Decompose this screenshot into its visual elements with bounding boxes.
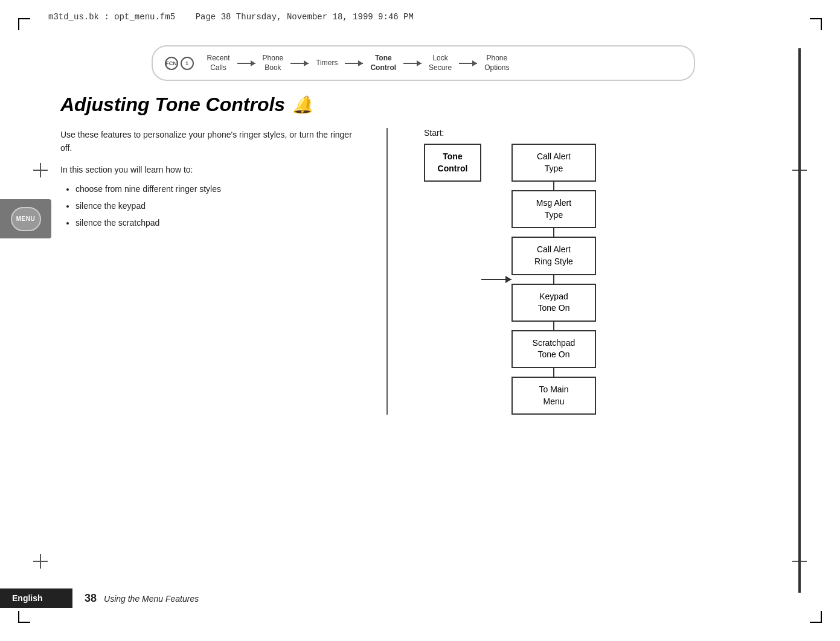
nav-arrow-4 bbox=[403, 63, 422, 64]
corner-mark-br bbox=[804, 605, 822, 623]
bullet-2: silence the keypad bbox=[75, 197, 362, 214]
content-body: Use these features to personalize your p… bbox=[60, 128, 786, 415]
page-number: 38 bbox=[85, 592, 97, 605]
corner-mark-tr bbox=[804, 18, 822, 36]
nav-item-phone-book[interactable]: PhoneBook bbox=[255, 51, 291, 75]
diagram-flow: ToneControl Call AlertType Msg AlertType bbox=[424, 144, 596, 415]
right-column: Call AlertType Msg AlertType Call AlertR… bbox=[511, 144, 596, 415]
crosshair-bl bbox=[33, 554, 48, 569]
bell-icon: 🔔 bbox=[292, 95, 313, 115]
nav-item-recent-calls[interactable]: RecentCalls bbox=[200, 51, 237, 75]
nav-icons: FCN 1 bbox=[165, 57, 194, 70]
intro-text: Use these features to personalize your p… bbox=[60, 128, 362, 155]
v-connector-2 bbox=[553, 228, 554, 237]
bullet-list: choose from nine different ringer styles… bbox=[60, 180, 362, 231]
nav-arrow-5 bbox=[459, 63, 477, 64]
menu-button[interactable]: MENU bbox=[11, 207, 41, 231]
footer-section-text: Using the Menu Features bbox=[104, 594, 199, 604]
nav-item-lock-secure[interactable]: LockSecure bbox=[422, 51, 459, 75]
learn-text: In this section you will learn how to: bbox=[60, 165, 362, 174]
nav-arrow-1 bbox=[237, 63, 255, 64]
menu-bar: MENU bbox=[0, 199, 51, 238]
v-connector-3 bbox=[553, 275, 554, 284]
v-connector-4 bbox=[553, 322, 554, 330]
left-content: Use these features to personalize your p… bbox=[60, 128, 362, 415]
nav-arrow-2 bbox=[290, 63, 309, 64]
to-main-menu-box: To MainMenu bbox=[511, 377, 596, 415]
v-connector-1 bbox=[553, 182, 554, 190]
nav-items: RecentCalls PhoneBook Timers ToneControl… bbox=[200, 51, 682, 75]
nav-arrow-3 bbox=[345, 63, 363, 64]
tone-control-box: ToneControl bbox=[424, 144, 481, 182]
bullet-3: silence the scratchpad bbox=[75, 214, 362, 231]
meta-line: m3td_us.bk : opt_menu.fm5 Page 38 Thursd… bbox=[48, 12, 792, 22]
nav-item-tone-control[interactable]: ToneControl bbox=[363, 51, 403, 75]
nav-bar: FCN 1 RecentCalls PhoneBook Timers ToneC… bbox=[152, 45, 695, 81]
footer-right: 38 Using the Menu Features bbox=[72, 592, 199, 605]
msg-alert-type-box: Msg AlertType bbox=[511, 190, 596, 228]
corner-mark-tl bbox=[18, 18, 36, 36]
nav-item-phone-options[interactable]: PhoneOptions bbox=[477, 51, 516, 75]
right-bar bbox=[798, 48, 801, 593]
main-content: Adjusting Tone Controls 🔔 Use these feat… bbox=[60, 94, 786, 415]
footer: English 38 Using the Menu Features bbox=[0, 588, 786, 608]
nav-area: FCN 1 RecentCalls PhoneBook Timers ToneC… bbox=[60, 45, 786, 81]
language-badge: English bbox=[0, 588, 72, 608]
fcn-icon[interactable]: FCN bbox=[165, 57, 178, 70]
content-divider bbox=[386, 128, 388, 415]
diagram-area: Start: ToneControl Call AlertType Msg Al… bbox=[412, 128, 596, 415]
flow-arrow-main bbox=[481, 279, 511, 280]
call-alert-ring-style-box: Call AlertRing Style bbox=[511, 237, 596, 275]
page-title: Adjusting Tone Controls 🔔 bbox=[60, 94, 786, 116]
keypad-tone-on-box: KeypadTone On bbox=[511, 284, 596, 322]
call-alert-type-box: Call AlertType bbox=[511, 144, 596, 182]
v-connector-5 bbox=[553, 368, 554, 377]
crosshair-tl bbox=[33, 163, 48, 177]
scratchpad-tone-on-box: ScratchpadTone On bbox=[511, 330, 596, 368]
bullet-1: choose from nine different ringer styles bbox=[75, 180, 362, 197]
num-icon[interactable]: 1 bbox=[181, 57, 194, 70]
nav-item-timers[interactable]: Timers bbox=[309, 56, 345, 71]
start-label: Start: bbox=[424, 128, 444, 138]
